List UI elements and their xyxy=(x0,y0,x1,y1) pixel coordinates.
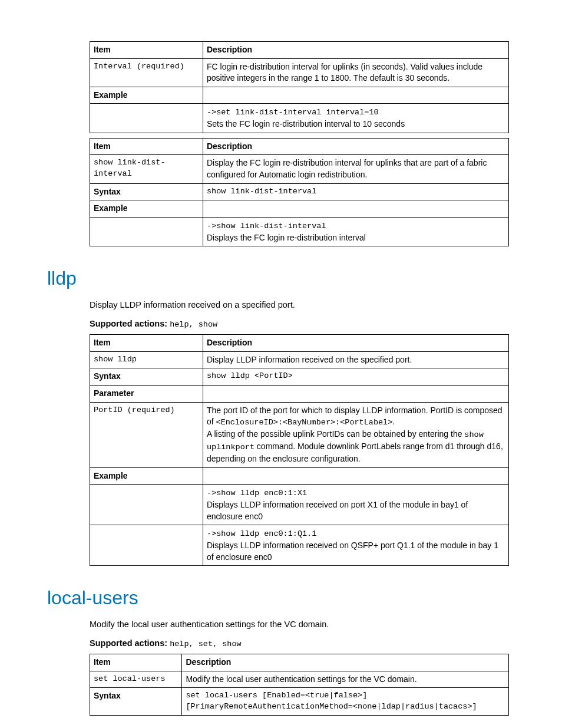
supported-label: Supported actions xyxy=(90,319,164,328)
lldp-intro: Display LLDP information received on a s… xyxy=(90,299,509,311)
lldp-supported: Supported actions: help, show xyxy=(90,318,509,331)
cell-empty xyxy=(90,525,203,566)
cell-empty xyxy=(203,386,508,403)
cell-item: set local-users xyxy=(90,671,182,688)
cell-empty xyxy=(203,467,508,485)
cell-syntax-label: Syntax xyxy=(90,688,182,716)
local-users-supported: Supported actions: help, set, show xyxy=(90,637,509,650)
cell-empty xyxy=(90,485,203,525)
cell-example-content: ->set link-dist-interval interval=10 Set… xyxy=(203,104,508,133)
col-header-desc: Description xyxy=(203,335,508,352)
cell-syntax-label: Syntax xyxy=(90,183,203,200)
cell-example-label: Example xyxy=(90,467,203,485)
section-heading-lldp: lldp xyxy=(47,265,509,292)
text-part: . xyxy=(392,417,395,426)
desc-line: Displays LLDP information received on po… xyxy=(207,500,468,521)
code-line: ->show link-dist-interval xyxy=(207,222,326,230)
text-part: A listing of the possible uplink PortIDs… xyxy=(207,429,464,439)
cell-empty xyxy=(90,104,203,133)
col-header-item: Item xyxy=(90,654,182,671)
local-users-table: Item Description set local-users Modify … xyxy=(90,654,509,716)
cell-example-label: Example xyxy=(90,87,203,104)
cell-example-content: ->show link-dist-interval Displays the F… xyxy=(203,217,508,246)
col-header-item: Item xyxy=(90,42,203,59)
cell-portid-desc: The port ID of the port for which to dis… xyxy=(203,402,508,467)
cell-desc: Modify the local user authentication set… xyxy=(182,671,509,688)
col-header-desc: Description xyxy=(203,42,508,59)
cell-empty xyxy=(203,200,508,218)
cell-example-content: ->show lldp enc0:1:Q1.1 Displays LLDP in… xyxy=(203,525,508,566)
supported-actions: help, set, show xyxy=(170,640,242,648)
lldp-table: Item Description show lldp Display LLDP … xyxy=(90,334,509,566)
cell-example-label: Example xyxy=(90,200,203,218)
cell-portid: PortID (required) xyxy=(90,402,203,467)
cell-desc: FC login re-distribution interval for up… xyxy=(203,58,508,87)
code-part: <EnclosureID>:<BayNumber>:<PortLabel> xyxy=(216,418,393,427)
code-line: ->show lldp enc0:1:X1 xyxy=(207,489,307,498)
cell-parameter-label: Parameter xyxy=(90,386,203,403)
cell-empty xyxy=(203,87,508,104)
cell-item: show lldp xyxy=(90,351,203,368)
col-header-item: Item xyxy=(90,335,203,352)
supported-label: Supported actions xyxy=(90,638,164,648)
cell-desc: Display the FC login re-distribution int… xyxy=(203,155,508,183)
cell-syntax-value: show link-dist-interval xyxy=(203,183,508,200)
cell-syntax-label: Syntax xyxy=(90,368,203,386)
col-header-item: Item xyxy=(90,138,203,155)
local-users-intro: Modify the local user authentication set… xyxy=(90,618,509,630)
cell-item: show link-dist-interval xyxy=(90,155,203,183)
cell-desc: Display LLDP information received on the… xyxy=(203,351,508,368)
desc-line: Displays the FC login re-distribution in… xyxy=(207,233,366,242)
cell-syntax-value: show lldp <PortID> xyxy=(203,368,508,386)
col-header-desc: Description xyxy=(182,654,509,671)
link-dist-set-table: Item Description Interval (required) FC … xyxy=(90,41,509,133)
col-header-desc: Description xyxy=(203,138,508,155)
code-line: ->show lldp enc0:1:Q1.1 xyxy=(207,529,316,538)
link-dist-show-table: Item Description show link-dist-interval… xyxy=(90,138,509,246)
section-heading-local-users: local-users xyxy=(47,585,509,611)
supported-actions: help, show xyxy=(170,320,217,329)
desc-line: Displays LLDP information received on QS… xyxy=(207,541,498,562)
cell-example-content: ->show lldp enc0:1:X1 Displays LLDP info… xyxy=(203,485,508,525)
code-line: ->set link-dist-interval interval=10 xyxy=(207,108,379,117)
desc-line: Sets the FC login re-distribution interv… xyxy=(207,119,405,129)
cell-empty xyxy=(90,217,203,246)
cell-syntax-value: set local-users [Enabled=<true|false>] [… xyxy=(182,688,509,716)
cell-item: Interval (required) xyxy=(90,58,203,87)
